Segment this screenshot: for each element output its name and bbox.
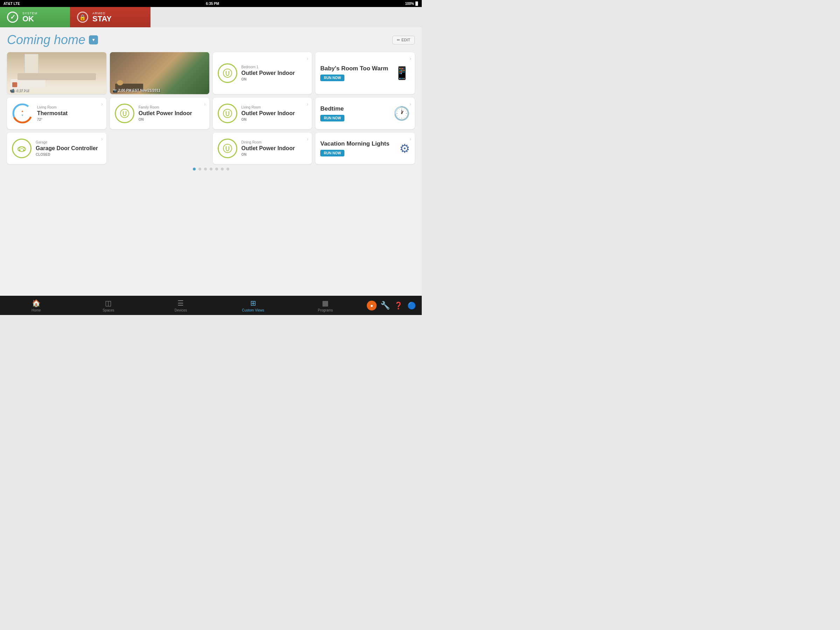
chevron-icon-family-room: › (204, 101, 206, 107)
chevron-icon-garage: › (101, 136, 103, 142)
main-content: Coming home ▼ ✏ EDIT 📹 4:37 PM (0, 27, 422, 296)
svg-text:▼: ▼ (21, 114, 24, 117)
svg-point-5 (16, 106, 29, 120)
device-status-garage: CLOSED (36, 153, 101, 156)
camera-timestamp-kitchen: 📷 2:00 PM EST Nov/21/2011 (113, 88, 161, 92)
camera-icon-living: 📹 (10, 88, 14, 92)
nav-label-custom-views: Custom Views (242, 308, 264, 312)
edit-label: EDIT (401, 38, 410, 42)
edit-button[interactable]: ✏ EDIT (392, 36, 415, 44)
run-now-button-babys-room[interactable]: RUN NOW (320, 74, 344, 81)
outlet-icon-dining-room (218, 139, 237, 158)
device-tile-living-room-outlet[interactable]: Living Room Outlet Power Indoor ON › (213, 98, 312, 129)
chevron-icon-vacation: › (409, 136, 411, 142)
device-status-family-room: ON (139, 118, 204, 122)
device-room-dining-room: Dining Room (242, 141, 307, 144)
scene-info-vacation: Vacation Morning Lights RUN NOW (320, 141, 395, 156)
nav-label-programs: Programs (318, 308, 333, 312)
nav-items: 🏠 Home ◫ Spaces ☰ Devices ⊞ Custom Views… (0, 299, 362, 312)
scene-tile-babys-room[interactable]: Baby's Room Too Warm RUN NOW 📱 › (315, 52, 415, 94)
dot-2[interactable] (199, 167, 201, 171)
run-now-button-vacation[interactable]: RUN NOW (320, 150, 344, 156)
device-tile-family-room-outlet[interactable]: Family Room Outlet Power Indoor ON › (110, 98, 209, 129)
svg-point-8 (120, 109, 129, 118)
scene-name-bedtime: Bedtime (320, 105, 389, 112)
scene-tile-vacation[interactable]: Vacation Morning Lights RUN NOW ⚙ › (315, 133, 415, 164)
thermostat-dial: ▲ ▼ (12, 103, 33, 124)
help-icon[interactable]: ❓ (393, 301, 403, 311)
carrier-text: AT&T LTE (3, 2, 20, 6)
device-name-thermostat: Thermostat (37, 110, 101, 117)
dot-7[interactable] (226, 167, 229, 171)
camera-timestamp-living: 📹 4:37 PM (10, 88, 29, 92)
device-status-living-room-outlet: ON (242, 118, 307, 122)
car-svg-garage (16, 143, 27, 154)
camera-living-room-image (7, 52, 106, 94)
scene-name-babys-room: Baby's Room Too Warm (320, 65, 390, 72)
run-now-button-bedtime[interactable]: RUN NOW (320, 115, 344, 122)
nav-label-devices: Devices (175, 308, 187, 312)
devices-icon: ☰ (177, 299, 184, 307)
camera-kitchen-image (110, 52, 209, 94)
device-status-thermostat: 72° (37, 118, 101, 122)
nav-right-icons: ● 🔧 ❓ 🔵 (362, 301, 422, 311)
title-dropdown-button[interactable]: ▼ (89, 35, 98, 44)
device-name-bedroom1: Outlet Power Indoor (242, 69, 307, 76)
att-icon[interactable]: 🔵 (407, 301, 417, 311)
dot-6[interactable] (221, 167, 224, 171)
timestamp-kitchen: 2:00 PM EST Nov/21/2011 (118, 88, 161, 92)
armed-labels: ARMED STAY (92, 11, 112, 23)
status-bar: AT&T LTE 6:35 PM 100% ▉ (0, 0, 422, 7)
camera-tile-kitchen[interactable]: 📷 2:00 PM EST Nov/21/2011 (110, 52, 209, 94)
nav-label-spaces: Spaces (103, 308, 114, 312)
nav-item-devices[interactable]: ☰ Devices (145, 299, 217, 312)
device-room-thermostat: Living Room (37, 105, 101, 109)
system-label-main: OK (22, 15, 38, 23)
device-tile-bedroom1-outlet[interactable]: Bedroom 1 Outlet Power Indoor ON › (213, 52, 312, 94)
svg-point-18 (223, 144, 232, 153)
plug-svg-family-room (119, 108, 130, 118)
spaces-icon: ◫ (105, 299, 112, 307)
scene-tile-bedtime[interactable]: Bedtime RUN NOW 🕐 › (315, 98, 415, 129)
window-shape (25, 54, 38, 75)
device-info-family-room: Family Room Outlet Power Indoor ON (139, 105, 204, 122)
page-title-group: Coming home ▼ (7, 33, 98, 47)
svg-point-0 (223, 69, 232, 77)
settings-icon[interactable]: 🔧 (380, 301, 390, 311)
system-ok-button[interactable]: ✓ SYSTEM OK (0, 7, 70, 27)
armed-stay-button[interactable]: 🔒 ARMED STAY (70, 7, 150, 27)
clock-icon-bedtime: 🕐 (393, 106, 410, 121)
plug-svg-dining-room (222, 143, 233, 154)
device-tile-garage[interactable]: Garage Garage Door Controller CLOSED › (7, 133, 106, 164)
plug-svg-living-room (222, 108, 233, 118)
notification-icon[interactable]: ● (367, 301, 377, 311)
thermostat-svg: ▲ ▼ (12, 103, 33, 124)
svg-point-16 (23, 150, 25, 151)
bowl-shape (117, 80, 123, 85)
device-tile-thermostat[interactable]: ▲ ▼ Living Room Thermostat 72° › (7, 98, 106, 129)
dot-5[interactable] (215, 167, 218, 171)
device-room-garage: Garage (36, 141, 101, 144)
dot-4[interactable] (210, 167, 212, 171)
main-grid: 📹 4:37 PM 📷 2:00 PM EST Nov/21/2011 (7, 52, 415, 164)
lock-icon: 🔒 (77, 11, 88, 23)
nav-item-programs[interactable]: ▦ Programs (289, 299, 362, 312)
pillow-shape (12, 82, 17, 87)
svg-text:▲: ▲ (21, 109, 24, 113)
device-room-living-room-outlet: Living Room (242, 105, 307, 109)
nav-item-custom-views[interactable]: ⊞ Custom Views (217, 299, 289, 312)
nav-item-home[interactable]: 🏠 Home (0, 299, 73, 312)
camera-tile-living-room[interactable]: 📹 4:37 PM (7, 52, 106, 94)
bottom-nav: 🏠 Home ◫ Spaces ☰ Devices ⊞ Custom Views… (0, 296, 422, 315)
dot-3[interactable] (204, 167, 207, 171)
device-status-bedroom1: ON (242, 77, 307, 81)
device-info-bedroom1: Bedroom 1 Outlet Power Indoor ON (242, 65, 307, 81)
scene-name-vacation: Vacation Morning Lights (320, 141, 395, 147)
dot-1[interactable] (193, 167, 196, 171)
plug-svg-bedroom1 (222, 68, 233, 78)
device-tile-dining-room-outlet[interactable]: Dining Room Outlet Power Indoor ON › (213, 133, 312, 164)
nav-item-spaces[interactable]: ◫ Spaces (73, 299, 145, 312)
check-circle-icon: ✓ (7, 11, 18, 23)
device-name-dining-room: Outlet Power Indoor (242, 145, 307, 152)
gear-icon-vacation: ⚙ (399, 141, 410, 155)
